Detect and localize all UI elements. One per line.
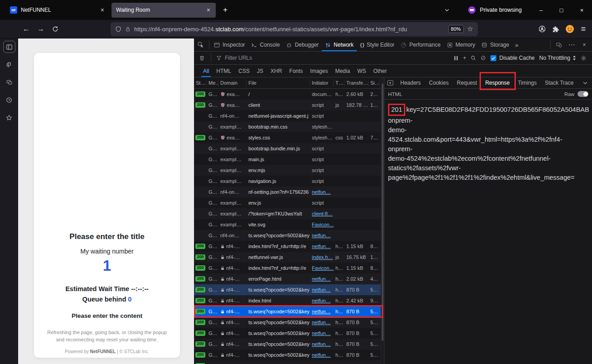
request-row[interactable]: 200G…nf4-…ts.wseq?opcode=5002&keynetfun…… [194, 284, 384, 295]
devtools-tab-style-editor[interactable]: { }Style Editor [357, 38, 398, 51]
initiator-label[interactable]: netfun… [312, 330, 331, 336]
bookmark-star-icon[interactable]: ☆ [467, 25, 473, 33]
request-row[interactable]: 200G…nf4-…ts.wseq?opcode=5002&keynetfun…… [194, 350, 384, 360]
request-row[interactable]: 200G…nf4-…ts.wseq?opcode=5002&keynetfun…… [194, 317, 384, 328]
browser-tab-netfunnel[interactable]: NF NetFUNNEL × [5, 3, 110, 18]
close-window-button[interactable]: × [572, 0, 592, 20]
list-all-tabs-icon[interactable] [444, 7, 450, 13]
detail-tab-headers[interactable]: Headers [396, 77, 425, 88]
devtools-tab-storage[interactable]: Storage [478, 38, 512, 51]
responsive-mode-icon[interactable] [553, 38, 565, 51]
column-header-file[interactable]: File [247, 80, 310, 86]
disable-cache-control[interactable]: Disable Cache [490, 55, 534, 61]
filter-tab-js[interactable]: JS [253, 65, 267, 77]
url-bar[interactable]: https://nf4-onprem-demo-4524.stclab.com/… [111, 22, 478, 36]
devtools-tab-network[interactable]: Network [322, 38, 357, 51]
account-icon[interactable] [539, 25, 546, 33]
initiator-label[interactable]: netfun… [312, 244, 331, 249]
add-icon[interactable]: + [463, 55, 466, 61]
request-row[interactable]: G…exampl…vite.svgFavicon… [194, 219, 384, 230]
lock-icon[interactable] [125, 26, 131, 32]
request-row[interactable]: G…exampl…env.jsscript [194, 197, 384, 208]
column-header-st-[interactable]: St… [194, 80, 207, 86]
request-row[interactable]: G…exampl…navigation.jsscript [194, 176, 384, 187]
initiator-label[interactable]: client:8… [312, 211, 333, 216]
ai-chatbot-button[interactable] [3, 58, 15, 71]
play-panel-icon[interactable] [384, 77, 396, 88]
request-row[interactable]: 200G…nf4-…index.htmlnetfun…h…2.42 kB9… [194, 295, 384, 306]
more-tools-chevron[interactable]: » [512, 38, 521, 51]
initiator-label[interactable]: netfun… [312, 341, 331, 347]
request-row[interactable]: 200G…nf4-…ts.wseq?opcode=5002&keynetfun…… [194, 339, 384, 350]
filter-tab-images[interactable]: Images [306, 65, 331, 77]
throttling-select[interactable]: No Throttling [539, 55, 576, 61]
detail-tab-request[interactable]: Request [453, 77, 481, 88]
initiator-label[interactable]: netfun… [312, 287, 331, 292]
request-row[interactable]: G…exampl…bootstrap.bundle.min.jsscript [194, 143, 384, 154]
disable-cache-checkbox[interactable] [490, 55, 496, 61]
history-button[interactable] [3, 94, 15, 106]
request-row[interactable]: 200G…nf4-…index.html?nf_rdu=http://eFavi… [194, 263, 384, 273]
devtools-tab-performance[interactable]: Performance [398, 38, 444, 51]
filter-tab-other[interactable]: Other [369, 65, 390, 77]
minimize-button[interactable]: – [531, 0, 551, 20]
detail-tab-cookies[interactable]: Cookies [425, 77, 452, 88]
requests-scrollbar[interactable] [381, 77, 384, 364]
request-row[interactable]: 200G…exa…/docum…h…2.60 kB2… [194, 89, 384, 100]
synced-tabs-button[interactable] [3, 76, 15, 88]
zoom-level-badge[interactable]: 80% [448, 25, 464, 33]
devtools-tab-debugger[interactable]: Debugger [283, 38, 322, 51]
devtools-menu-icon[interactable]: ⋯ [566, 38, 577, 51]
block-icon[interactable] [480, 55, 486, 61]
request-row[interactable]: 200G…nf4-…ts.wseq?opcode=5002&keynetfun…… [194, 360, 384, 364]
filter-tab-html[interactable]: HTML [213, 65, 235, 77]
filter-urls-input[interactable] [225, 55, 452, 61]
request-row[interactable]: 200G…nf4-…index.html?nf_rdu=http://enetf… [194, 241, 384, 252]
filter-tab-fonts[interactable]: Fonts [286, 65, 306, 77]
new-tab-button[interactable]: + [218, 3, 232, 17]
detail-tab-response[interactable]: Response [481, 77, 514, 88]
request-row[interactable]: 200G…nf4-…ts.wseq?opcode=5002&keynetfun…… [194, 306, 384, 317]
sidebar-toggle-button[interactable] [3, 41, 15, 53]
initiator-label[interactable]: netfun… [312, 276, 331, 282]
request-row[interactable]: 200G…nf4-…errorPage.htmlnetfun…h…2.02 kB… [194, 273, 384, 284]
devtools-tab-inspector[interactable]: Inspector [211, 38, 248, 51]
initiator-label[interactable]: netfun… [312, 320, 331, 325]
filter-tab-all[interactable]: All [199, 65, 213, 77]
filter-tab-css[interactable]: CSS [235, 65, 253, 77]
devtools-tab-memory[interactable]: Memory [444, 38, 478, 51]
request-row[interactable]: 200G…exa…styles.cssstylesh…css1.02 kB7… [194, 132, 384, 143]
browser-tab-waiting-room[interactable]: Waiting Room × [112, 3, 216, 18]
column-header-initiator[interactable]: Initiator [310, 80, 334, 86]
close-tab-icon[interactable]: × [206, 6, 211, 14]
reload-button[interactable] [48, 22, 63, 36]
tracking-shield-icon[interactable] [115, 26, 121, 33]
initiator-label[interactable]: netfun… [312, 189, 331, 195]
back-button[interactable]: ← [19, 22, 34, 36]
request-row[interactable]: G…exampl…bootstrap.min.cssstylesh… [194, 121, 384, 132]
initiator-label[interactable]: Favicon… [312, 222, 334, 227]
pause-icon[interactable] [454, 56, 458, 61]
network-settings-gear-icon[interactable] [581, 55, 587, 61]
search-icon[interactable] [471, 55, 476, 61]
column-header-transfe-[interactable]: Transfe… [345, 80, 369, 86]
scrollbar-thumb[interactable] [382, 83, 383, 341]
initiator-label[interactable]: netfun… [312, 233, 331, 238]
detail-tab-timings[interactable]: Timings [514, 77, 541, 88]
menu-icon[interactable]: ≡ [581, 24, 586, 34]
request-row[interactable]: G…nf4-on…netfunnel-javascript-agent.jscr… [194, 110, 384, 121]
extensions-icon[interactable] [552, 26, 559, 33]
bookmarks-button[interactable] [3, 111, 15, 124]
column-header-si-[interactable]: Si… [369, 80, 379, 86]
raw-toggle[interactable] [577, 91, 588, 97]
column-header-domain[interactable]: Domain [218, 80, 247, 86]
profile-avatar[interactable] [565, 24, 574, 34]
request-row[interactable]: 200G…exa…clientscriptjs182.78 …1… [194, 100, 384, 110]
element-picker-icon[interactable] [194, 38, 208, 51]
request-row[interactable]: 200G…nf4-…ts.wseq?opcode=5002&keynetfun…… [194, 328, 384, 339]
request-row[interactable]: G…exampl…main.jsscript [194, 154, 384, 165]
request-row[interactable]: G…nf4-on…nf-setting.json?nf=1756236netfu… [194, 187, 384, 197]
request-row[interactable]: G…exampl…env.mjsscript [194, 165, 384, 176]
column-header-me-[interactable]: Me… [207, 80, 218, 86]
column-header-t-[interactable]: T… [334, 80, 345, 86]
